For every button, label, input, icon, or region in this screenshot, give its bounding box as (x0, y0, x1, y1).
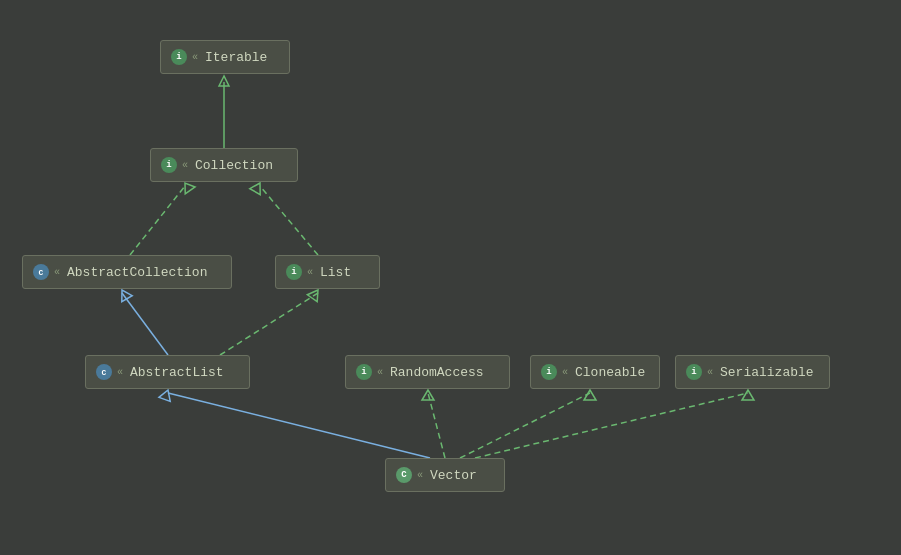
vector-label: Vector (430, 468, 477, 483)
svg-line-16 (475, 393, 748, 458)
abstractlist-badge: C (96, 364, 112, 380)
abstractcollection-label: AbstractCollection (67, 265, 207, 280)
iterable-label: Iterable (205, 50, 267, 65)
svg-marker-1 (219, 76, 229, 86)
svg-line-8 (220, 293, 318, 355)
cloneable-label: Cloneable (575, 365, 645, 380)
svg-line-14 (460, 393, 590, 458)
node-abstractcollection[interactable]: C « AbstractCollection (22, 255, 232, 289)
abstractlist-label: AbstractList (130, 365, 224, 380)
node-abstractlist[interactable]: C « AbstractList (85, 355, 250, 389)
svg-line-2 (130, 186, 185, 255)
iterable-badge: i (171, 49, 187, 65)
list-badge: i (286, 264, 302, 280)
list-label: List (320, 265, 351, 280)
svg-marker-17 (742, 390, 754, 400)
svg-line-6 (122, 293, 168, 355)
node-serializable[interactable]: i « Serializable (675, 355, 830, 389)
serializable-badge: i (686, 364, 702, 380)
svg-marker-13 (422, 390, 434, 400)
cloneable-badge: i (541, 364, 557, 380)
svg-line-12 (428, 393, 445, 458)
node-vector[interactable]: C « Vector (385, 458, 505, 492)
svg-marker-7 (117, 287, 132, 302)
node-cloneable[interactable]: i « Cloneable (530, 355, 660, 389)
collection-badge: i (161, 157, 177, 173)
svg-marker-5 (250, 180, 265, 195)
node-iterable[interactable]: i « Iterable (160, 40, 290, 74)
svg-line-10 (168, 393, 430, 458)
node-randomaccess[interactable]: i « RandomAccess (345, 355, 510, 389)
diagram-container: i « Iterable i « Collection C « Abstract… (0, 0, 901, 555)
vector-badge: C (396, 467, 412, 483)
collection-label: Collection (195, 158, 273, 173)
node-collection[interactable]: i « Collection (150, 148, 298, 182)
abstractcollection-badge: C (33, 264, 49, 280)
randomaccess-badge: i (356, 364, 372, 380)
svg-line-4 (260, 186, 318, 255)
serializable-label: Serializable (720, 365, 814, 380)
node-list[interactable]: i « List (275, 255, 380, 289)
randomaccess-label: RandomAccess (390, 365, 484, 380)
svg-marker-15 (584, 390, 596, 400)
svg-marker-11 (159, 388, 174, 402)
